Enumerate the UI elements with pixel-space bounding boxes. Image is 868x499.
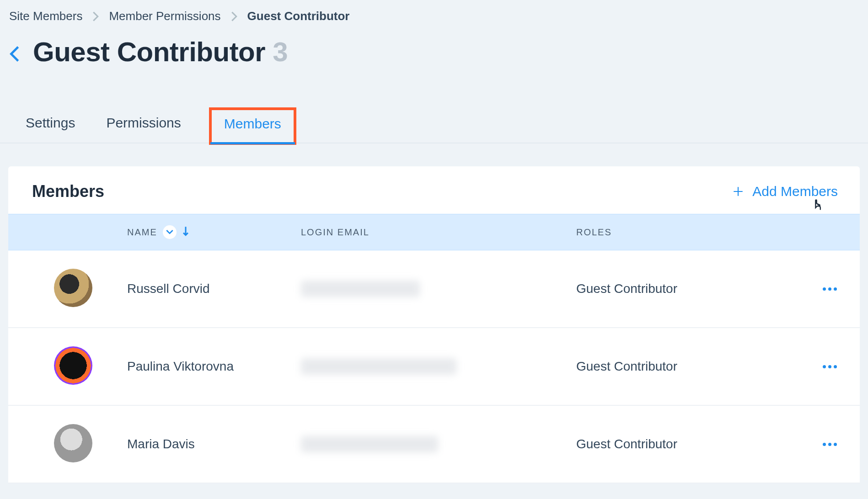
breadcrumb-member-permissions[interactable]: Member Permissions	[109, 9, 220, 23]
member-name: Paulina Viktorovna	[127, 359, 301, 374]
member-role: Guest Contributor	[576, 281, 787, 296]
tab-permissions[interactable]: Permissions	[104, 115, 182, 143]
member-email	[301, 281, 576, 297]
column-name-label: NAME	[127, 227, 157, 238]
breadcrumb: Site Members Member Permissions Guest Co…	[0, 0, 868, 23]
panel-title: Members	[32, 182, 104, 201]
member-email	[301, 436, 576, 452]
add-members-button[interactable]: Add Members	[732, 184, 838, 199]
breadcrumb-site-members[interactable]: Site Members	[9, 9, 82, 23]
add-members-label: Add Members	[752, 184, 838, 199]
chevron-right-icon	[92, 11, 99, 21]
row-actions-menu[interactable]	[823, 365, 837, 368]
avatar	[54, 424, 92, 462]
chevron-right-icon	[231, 11, 237, 21]
table-row[interactable]: Russell Corvid Guest Contributor	[8, 250, 860, 328]
row-actions-menu[interactable]	[823, 443, 837, 446]
column-header-roles[interactable]: ROLES	[576, 227, 787, 238]
member-name: Russell Corvid	[127, 281, 301, 296]
table-header: NAME LOGIN EMAIL ROLES	[8, 214, 860, 250]
member-email	[301, 358, 576, 375]
tabs: Settings Permissions Members	[0, 68, 868, 143]
table-row[interactable]: Paulina Viktorovna Guest Contributor	[8, 328, 860, 406]
cursor-pointer-icon	[811, 198, 824, 217]
breadcrumb-current: Guest Contributor	[247, 9, 350, 23]
sort-direction-icon[interactable]	[182, 226, 189, 239]
back-button[interactable]	[9, 45, 20, 63]
members-panel: Members Add Members NAME	[8, 166, 860, 483]
page-title-text: Guest Contributor	[33, 37, 265, 67]
member-role: Guest Contributor	[576, 359, 787, 374]
tab-settings[interactable]: Settings	[24, 115, 77, 143]
page-title-count: 3	[273, 37, 288, 67]
sort-dropdown-icon[interactable]	[163, 225, 177, 239]
tab-members[interactable]: Members	[210, 109, 295, 143]
plus-icon	[732, 186, 744, 197]
row-actions-menu[interactable]	[823, 287, 837, 291]
column-header-name[interactable]: NAME	[127, 225, 301, 239]
table-row[interactable]: Maria Davis Guest Contributor	[8, 406, 860, 483]
column-header-email[interactable]: LOGIN EMAIL	[301, 227, 576, 238]
avatar	[54, 346, 92, 385]
member-name: Maria Davis	[127, 437, 301, 451]
page-title: Guest Contributor 3	[33, 36, 288, 68]
avatar	[54, 269, 92, 307]
member-role: Guest Contributor	[576, 437, 787, 451]
